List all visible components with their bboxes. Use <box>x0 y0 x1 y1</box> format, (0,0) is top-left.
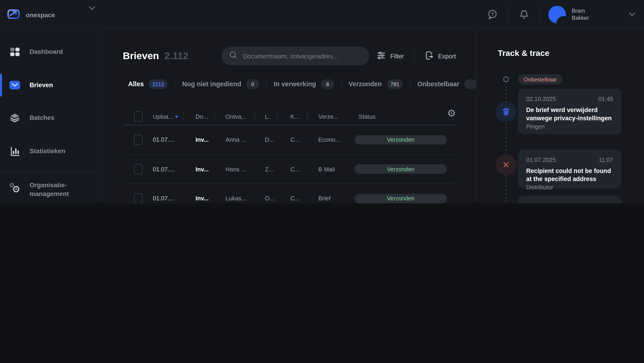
timeline-event-card[interactable]: 01.07.202511:07 Overhandigd aan de postd… <box>518 196 622 203</box>
panel-title: Track & trace <box>498 48 549 58</box>
event-time: 11:07 <box>599 202 613 203</box>
track-trace-panel: Track & trace Onbestelbaar 02.10.202501:… <box>476 29 644 203</box>
user-name: Bram Bakker <box>572 7 596 22</box>
topbar: onespace ? Bram <box>0 0 644 29</box>
divider <box>540 7 540 22</box>
sidebar-item-statistieken[interactable]: Statistieken <box>0 142 102 160</box>
event-date: 01.07.2025 <box>526 202 556 203</box>
sidebar-item-dashboard[interactable]: Dashboard <box>0 43 102 61</box>
column-shipment[interactable]: Verze... <box>307 113 348 120</box>
event-date: 02.10.2025 <box>526 96 556 102</box>
select-all-checkbox[interactable] <box>134 111 142 122</box>
export-button[interactable]: Export <box>424 50 456 62</box>
sidebar-item-label: Organisatie- management <box>30 181 69 198</box>
user-avatar[interactable] <box>548 6 566 23</box>
export-document-icon <box>424 50 434 62</box>
layers-icon <box>9 112 20 124</box>
tab-badge: 2112 <box>149 79 168 89</box>
tab-verzonden[interactable]: Verzonden 791 <box>348 79 403 89</box>
user-menu-chevron-down-icon[interactable] <box>628 10 636 18</box>
divider <box>266 78 267 90</box>
event-title: De brief werd verwijderd vanwege privacy… <box>526 106 613 122</box>
event-source: Pingen <box>526 123 613 130</box>
workspace-chevron-down-icon[interactable] <box>88 4 96 12</box>
status-tabs: Alles 2112 Nog niet ingediend 0 In verwe… <box>128 76 476 92</box>
event-date: 01.07.2025 <box>526 156 556 163</box>
event-title: Recipient could not be found at the spec… <box>526 167 613 183</box>
header-actions: Filter Export <box>376 49 456 63</box>
bar-chart-icon <box>9 146 20 157</box>
page-title: Brieven <box>123 50 159 62</box>
timeline-start-node <box>503 76 509 82</box>
column-recipient[interactable]: Ontva... <box>214 113 254 120</box>
filter-button[interactable]: Filter <box>376 50 404 62</box>
divider <box>175 78 175 90</box>
divider <box>341 78 342 90</box>
divider <box>410 78 410 90</box>
envelope-icon <box>9 79 20 91</box>
tab-badge <box>464 79 476 89</box>
row-checkbox[interactable] <box>134 164 142 174</box>
event-time: 11:07 <box>599 156 613 163</box>
sidebar: Dashboard Brieven Batches <box>0 29 103 203</box>
table-row[interactable]: 01.07.... Inv... Anna ... D... C... Econ… <box>123 125 456 155</box>
tab-badge: 0 <box>246 79 259 89</box>
tab-nog-niet-ingediend[interactable]: Nog niet ingediend 0 <box>182 79 260 89</box>
column-status[interactable]: Status ⚙ <box>348 113 456 120</box>
status-badge[interactable]: Verzonden <box>354 135 447 144</box>
sidebar-item-organisatie-management[interactable]: ⚙⚙ Organisatie- management <box>0 180 102 199</box>
dashboard-grid-icon <box>9 46 20 58</box>
column-upload[interactable]: Uploa... <box>142 113 183 120</box>
timeline-event-card[interactable]: 01.07.202511:07 Recipient could not be f… <box>518 150 622 189</box>
onespace-logo-icon <box>7 7 21 22</box>
brand[interactable]: onespace <box>7 7 55 22</box>
status-badge[interactable]: Verzonden <box>354 164 447 174</box>
tab-badge: 8 <box>321 79 334 89</box>
trash-icon <box>496 102 516 122</box>
divider <box>414 49 414 63</box>
event-time: 01:45 <box>598 96 613 102</box>
column-document[interactable]: Do... <box>183 113 214 120</box>
sidebar-divider <box>0 172 96 172</box>
sidebar-item-brieven[interactable]: Brieven <box>0 76 102 94</box>
search-input[interactable] <box>243 52 358 59</box>
panel-status-badge: Onbestelbaar <box>518 74 563 85</box>
help-icon[interactable]: ? <box>485 7 500 22</box>
tab-alles[interactable]: Alles 2112 <box>128 79 168 89</box>
topbar-actions: ? Bram Bakker <box>485 0 636 29</box>
column-k[interactable]: K... <box>277 113 307 120</box>
table-row[interactable]: 01.07.... Inv... Hans ... Z... C... B Ma… <box>123 154 456 184</box>
table-settings-gear-icon[interactable]: ⚙ <box>447 108 456 119</box>
notifications-bell-icon[interactable] <box>516 7 531 22</box>
tab-onbestelbaar[interactable]: Onbestelbaar <box>418 79 476 89</box>
main-content: Brieven 2.112 <box>103 29 476 203</box>
sort-desc-icon <box>175 116 178 118</box>
row-checkbox[interactable] <box>134 194 142 203</box>
app-window: onespace ? Bram <box>0 0 644 203</box>
letters-table: Uploa... Do... Ontva... L. K... Verze...… <box>123 108 456 203</box>
gears-icon: ⚙⚙ <box>9 184 20 195</box>
status-badge[interactable]: Verzonden <box>354 194 447 203</box>
filter-sliders-icon <box>376 50 386 62</box>
timeline-event-card[interactable]: 02.10.202501:45 De brief werd verwijderd… <box>518 89 622 134</box>
table-header: Uploa... Do... Ontva... L. K... Verze...… <box>123 108 456 125</box>
table-row[interactable]: 01.07.... Inv... Lukas... O... C... Brie… <box>123 184 456 203</box>
brand-name: onespace <box>26 11 55 18</box>
column-l[interactable]: L. <box>254 113 277 120</box>
divider <box>508 7 508 22</box>
svg-text:?: ? <box>491 12 494 16</box>
tab-badge: 791 <box>387 79 403 89</box>
error-x-icon <box>496 154 516 175</box>
tab-in-verwerking[interactable]: In verwerking 8 <box>274 79 334 89</box>
search-box[interactable] <box>221 46 369 65</box>
row-checkbox[interactable] <box>134 134 142 145</box>
sidebar-item-batches[interactable]: Batches <box>0 109 102 127</box>
search-icon <box>228 50 238 61</box>
page-count: 2.112 <box>164 50 188 62</box>
page-header: Brieven 2.112 <box>123 46 456 65</box>
event-source: Distributor <box>526 184 613 191</box>
